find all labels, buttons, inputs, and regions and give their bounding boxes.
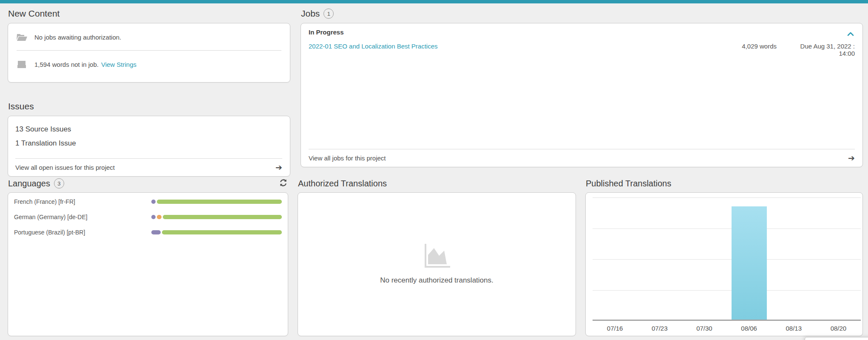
- open-folder-icon: [17, 32, 28, 42]
- x-tick-label: 08/06: [727, 325, 772, 332]
- chart-x-labels: 07/16 07/23 07/30 08/06 08/13 08/20: [593, 325, 861, 332]
- area-chart-placeholder-icon: [424, 244, 450, 270]
- refresh-icon[interactable]: [279, 179, 287, 189]
- issues-title: Issues: [8, 102, 34, 111]
- jobs-card: In Progress 2022-01 SEO and Localization…: [301, 23, 863, 167]
- language-progress-bar: [151, 230, 282, 234]
- chart-x-axis: [593, 320, 861, 321]
- language-row-fr-FR[interactable]: French (France) [fr-FR]: [14, 194, 282, 209]
- issues-section: Issues 13 Source Issues 1 Translation Is…: [8, 96, 290, 177]
- source-issues-count[interactable]: 13 Source Issues: [15, 122, 282, 136]
- chevron-up-icon[interactable]: [847, 30, 854, 38]
- job-due-date: Due Aug 31, 2022 : 14:00: [791, 43, 855, 57]
- issues-card: 13 Source Issues 1 Translation Issue Vie…: [8, 116, 290, 177]
- languages-card: French (France) [fr-FR] German (Germany)…: [8, 192, 288, 336]
- card-divider: [17, 50, 281, 51]
- x-tick-label: 07/16: [593, 325, 637, 332]
- x-tick-label: 07/30: [682, 325, 726, 332]
- published-translations-section: Published Translations 07/16 07/23 07/30…: [585, 176, 863, 336]
- x-tick-label: 08/20: [816, 325, 861, 332]
- published-chart-plot: [593, 197, 861, 321]
- words-not-in-job-text: 1,594 words not in job.: [34, 61, 99, 68]
- new-content-title: New Content: [8, 9, 60, 18]
- language-row-pt-BR[interactable]: Portuguese (Brazil) [pt-BR]: [14, 225, 282, 240]
- language-label: German (Germany) [de-DE]: [14, 214, 151, 220]
- job-row: 2022-01 SEO and Localization Best Practi…: [309, 43, 855, 57]
- language-label: French (France) [fr-FR]: [14, 198, 151, 205]
- language-label: Portuguese (Brazil) [pt-BR]: [14, 229, 151, 236]
- language-progress-bar: [151, 200, 282, 204]
- jobs-footer-label: View all jobs for this project: [309, 154, 386, 162]
- languages-section: Languages 3 French (France) [fr-FR] Germ…: [8, 176, 288, 336]
- inbox-icon: [17, 60, 28, 69]
- languages-count-badge: 3: [54, 178, 64, 189]
- language-progress-bar: [151, 215, 282, 219]
- bottom-right-popup: [805, 337, 868, 340]
- no-jobs-awaiting-text: No jobs awaiting authorization.: [34, 34, 121, 41]
- published-translations-card: 07/16 07/23 07/30 08/06 08/13 08/20: [585, 192, 863, 336]
- new-content-card: No jobs awaiting authorization. 1,594 wo…: [8, 23, 290, 83]
- jobs-footer-link[interactable]: View all jobs for this project ➔: [309, 149, 855, 167]
- view-strings-link[interactable]: View Strings: [101, 61, 136, 68]
- arrow-right-icon[interactable]: ➔: [275, 163, 282, 171]
- jobs-title: Jobs: [301, 9, 320, 18]
- issues-footer-link[interactable]: View all open issues for this project ➔: [15, 158, 282, 176]
- top-accent-bar: [0, 0, 868, 3]
- authorized-translations-section: Authorized Translations No recently auth…: [298, 176, 576, 336]
- issues-footer-label: View all open issues for this project: [15, 164, 115, 171]
- jobs-group-label: In Progress: [309, 29, 855, 36]
- languages-title: Languages: [8, 179, 50, 188]
- language-row-de-DE[interactable]: German (Germany) [de-DE]: [14, 209, 282, 225]
- translation-issues-count[interactable]: 1 Translation Issue: [15, 136, 282, 150]
- new-content-section: New Content No jobs awaiting authorizati…: [8, 3, 290, 83]
- job-word-count: 4,029 words: [742, 43, 777, 50]
- chart-bar-08-06: [732, 206, 767, 320]
- published-translations-title: Published Translations: [586, 179, 671, 188]
- arrow-right-icon[interactable]: ➔: [848, 154, 855, 162]
- jobs-count-badge: 1: [323, 9, 334, 19]
- no-authorized-translations-text: No recently authorized translations.: [380, 276, 493, 285]
- x-tick-label: 08/13: [772, 325, 816, 332]
- job-name-link[interactable]: 2022-01 SEO and Localization Best Practi…: [309, 43, 742, 50]
- authorized-translations-title: Authorized Translations: [298, 179, 387, 188]
- x-tick-label: 07/23: [637, 325, 682, 332]
- jobs-section: Jobs 1 In Progress 2022-01 SEO and Local…: [301, 3, 863, 167]
- authorized-translations-card: No recently authorized translations.: [298, 192, 576, 336]
